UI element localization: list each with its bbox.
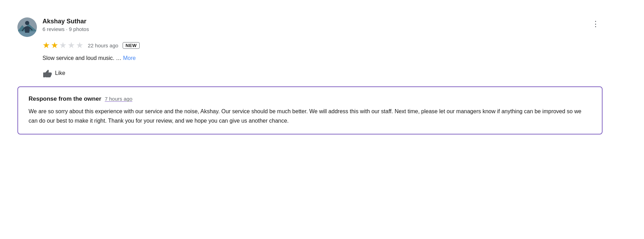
review-text: Slow service and loud music. … More bbox=[42, 54, 603, 63]
svg-point-3 bbox=[25, 21, 29, 25]
review-body: Slow service and loud music. … bbox=[42, 55, 122, 61]
rating-row: ★ ★ ★ ★ ★ 22 hours ago NEW bbox=[42, 40, 603, 50]
svg-rect-6 bbox=[43, 72, 45, 77]
reviewer-details: Akshay Suthar 6 reviews · 9 photos bbox=[42, 17, 89, 32]
stars: ★ ★ ★ ★ ★ bbox=[42, 40, 84, 50]
new-badge: NEW bbox=[123, 42, 140, 49]
star-1: ★ bbox=[42, 40, 50, 50]
avatar bbox=[17, 17, 37, 37]
more-options-button[interactable]: ⋮ bbox=[589, 17, 603, 31]
owner-response-box: Response from the owner 7 hours ago We a… bbox=[17, 86, 603, 134]
review-card: Akshay Suthar 6 reviews · 9 photos ⋮ ★ ★… bbox=[14, 10, 606, 141]
like-button[interactable]: Like bbox=[42, 67, 65, 79]
reviewer-info: Akshay Suthar 6 reviews · 9 photos bbox=[17, 17, 89, 37]
like-label: Like bbox=[55, 70, 65, 76]
reviewer-meta: 6 reviews · 9 photos bbox=[42, 26, 89, 32]
reviewer-name: Akshay Suthar bbox=[42, 17, 89, 25]
star-5: ★ bbox=[76, 40, 84, 50]
review-header: Akshay Suthar 6 reviews · 9 photos ⋮ bbox=[17, 17, 603, 37]
like-row: Like bbox=[42, 67, 603, 79]
owner-response-time: 7 hours ago bbox=[105, 96, 132, 102]
review-time-ago: 22 hours ago bbox=[88, 43, 118, 48]
owner-response-label: Response from the owner bbox=[29, 95, 101, 102]
thumbs-up-icon bbox=[42, 68, 52, 78]
star-4: ★ bbox=[68, 40, 75, 50]
more-options-icon: ⋮ bbox=[592, 20, 600, 28]
star-2: ★ bbox=[51, 40, 59, 50]
owner-response-header: Response from the owner 7 hours ago bbox=[29, 95, 591, 102]
more-link[interactable]: More bbox=[123, 55, 135, 61]
owner-response-text: We are so sorry about this experience wi… bbox=[29, 107, 591, 125]
star-3: ★ bbox=[59, 40, 67, 50]
